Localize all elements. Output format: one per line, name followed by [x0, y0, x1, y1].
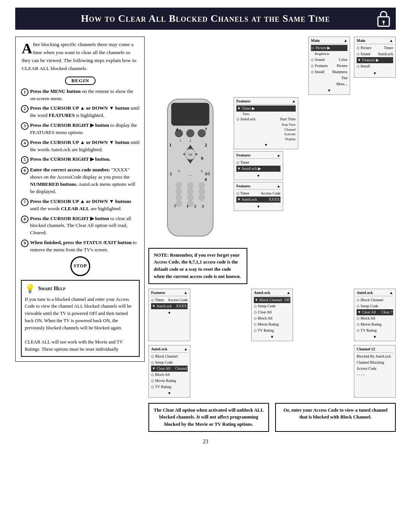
screen-item: Channel: [236, 127, 296, 132]
bulb-icon: 💡: [25, 284, 35, 294]
svg-text:9: 9: [201, 156, 203, 161]
step-4: 4 Press the CURSOR UP ▲ or DOWN ▼ button…: [21, 139, 140, 153]
step-8: 8 Press the CURSOR RIGHT ▶ button to cle…: [21, 215, 140, 237]
screen-item: ◇ Timer: [236, 160, 280, 166]
svg-text:7: 7: [174, 204, 176, 208]
screen-title: AutoLock▲: [254, 290, 290, 296]
screen-item: ◇ Block Channel: [151, 353, 188, 359]
screen-item: Blocked By AutoLock: [357, 353, 393, 359]
screen-down: ▼: [357, 334, 393, 340]
step-num-1: 1: [21, 88, 29, 96]
svg-text:+: +: [200, 168, 203, 174]
svg-text:8: 8: [205, 177, 207, 182]
step-1: 1 Press the MENU button on the remote to…: [21, 88, 140, 102]
screen-features-1-title: Features▲: [236, 99, 296, 105]
screen-item: Brightness: [311, 51, 347, 57]
svg-point-37: [187, 195, 193, 201]
info-box-1: The Clear All option when activated will…: [148, 403, 269, 432]
screen-autolock-1: AutoLock▲ ▼ Block ChannelOff ◇ Setup Cod…: [251, 289, 293, 341]
screen-item: ◇ InstallSharpness: [311, 69, 347, 75]
page-number: 23: [15, 439, 396, 445]
screen-item: ◇ Block Channel: [357, 297, 393, 303]
screen-item: ◇ TV Rating: [151, 384, 188, 390]
svg-text:+: +: [177, 168, 180, 174]
step-2: 2 Press the CURSOR UP ▲ or DOWN ▼ button…: [21, 105, 140, 119]
step-text-9: When finished, press the STATUS /EXIT bu…: [30, 239, 140, 254]
page-header: How to Clear All Blocked Chanels at the …: [15, 8, 396, 30]
step-text-2: Press the CURSOR UP ▲ or DOWN ▼ button u…: [30, 105, 140, 119]
screen-item: ◇ TimerAccess Code: [236, 190, 280, 197]
step-num-9: 9: [21, 240, 29, 247]
screen-features-2: Features▲ ◇ Timer ▼ AutoLock ▶ ▼: [234, 151, 283, 180]
svg-text:1: 1: [169, 142, 172, 148]
screen-main-1: Main▲ ▷ Picture ▶ Brightness ◇ SoundColo…: [308, 37, 350, 95]
screen-item: ◇ Movie Rating: [357, 321, 393, 328]
note-box: NOTE: Remember, if you ever forget your …: [148, 248, 247, 284]
page-title: How to Clear All Blocked Chanels at the …: [23, 13, 388, 24]
step-9: 9 When finished, press the STATUS /EXIT …: [21, 239, 140, 254]
step-7: 7 Press the CURSOR UP ▲ or DOWN ▼ button…: [21, 198, 140, 212]
screen-down: ▼: [254, 334, 290, 340]
info-box-2-text: Or, enter your Access Code to view a tun…: [284, 407, 387, 420]
screen-features-access-title: Features▲: [236, 184, 280, 190]
screen-item: ◇ Clear All: [254, 309, 290, 315]
screen-item: Display: [236, 137, 296, 142]
step-6: 6 Enter the correct access code number. …: [21, 166, 140, 195]
lock-icon: [376, 9, 391, 28]
remote-area: 1 2 OK + + — 7: [148, 97, 396, 243]
smart-help-header: 💡 Smart Help: [25, 284, 135, 294]
screen-channel-blocked: Channel 12 Blocked By AutoLock Channel B…: [354, 345, 396, 398]
screen-item: ◇ Setup Code: [151, 359, 188, 366]
screen-item: ▼ Features ▶: [357, 57, 393, 63]
screen-item: Access Code: [357, 366, 393, 372]
screen-title: Features▲: [151, 290, 188, 296]
step-num-7: 7: [21, 198, 29, 206]
screen-item: ▼ Clear AllClear ?: [357, 309, 393, 315]
remote-control: 1 2 OK + + — 7: [148, 97, 232, 243]
svg-point-6: [186, 129, 194, 137]
screen-down: ▼: [151, 310, 188, 316]
step-num-2: 2: [21, 105, 29, 113]
svg-text:2: 2: [190, 139, 191, 142]
stop-badge-container: STOP: [21, 256, 140, 276]
left-column-inner: After blocking specific channels there m…: [15, 37, 145, 362]
screen-item: ◇ SoundColor: [311, 57, 347, 63]
screen-main-2-title: Main▲: [357, 38, 393, 44]
screen-item: ▷ Picture ▶: [311, 45, 347, 51]
svg-point-1: [382, 21, 385, 23]
screen-item: ▼ AutoLockXXXX: [151, 303, 188, 309]
svg-text:3/5: 3/5: [205, 171, 210, 176]
svg-rect-4: [171, 103, 209, 126]
drop-cap: A: [22, 42, 32, 54]
screen-item: ◇ Setup Code: [254, 303, 290, 309]
screen-features-2-title: Features▲: [236, 153, 280, 159]
step-text-8: Press the CURSOR RIGHT ▶ button to clear…: [30, 215, 140, 237]
screen-item: Tint: [311, 75, 347, 81]
step-num-5: 5: [21, 156, 29, 164]
step-5: 5 Press the CURSOR RIGHT ▶ button.: [21, 156, 140, 164]
remote-svg: 1 2 OK + + — 7: [148, 97, 232, 242]
top-screens-row: Main▲ ▷ Picture ▶ Brightness ◇ SoundColo…: [148, 37, 396, 95]
screen-item: ◇ SoundAutoLock: [357, 51, 393, 57]
begin-badge: BEGIN: [65, 77, 96, 85]
screen-item: ▼ Block ChannelOff: [254, 297, 290, 303]
screen-item: ◇ Movie Rating: [151, 378, 188, 384]
main-content: After blocking specific channels there m…: [15, 37, 396, 432]
screen-item: ◇ Block All: [254, 315, 290, 321]
screen-main-2: Main▲ ◇ PictureTimer ◇ SoundAutoLock ▼ F…: [354, 37, 396, 78]
screen-autolock-cleared: AutoLock▲ ◇ Block Channel ◇ Setup Code ▼…: [148, 345, 190, 398]
screen-item: ◇ AutoLockStart Time: [236, 116, 296, 122]
screen-title: AutoLock▲: [151, 347, 188, 353]
svg-text:2: 2: [194, 204, 196, 208]
svg-point-39: [176, 201, 182, 207]
right-column: Main▲ ▷ Picture ▶ Brightness ◇ SoundColo…: [148, 37, 396, 432]
svg-text:3: 3: [202, 204, 204, 208]
smart-help-title: Smart Help: [38, 286, 65, 292]
svg-text:—: —: [188, 173, 193, 177]
step-text-3: Press the CURSOR RIGHT ▶ button to displ…: [30, 122, 140, 136]
screen-item: ◇ FeaturesPicture: [311, 63, 347, 69]
smart-help-text: If you tune to a blocked channel and ent…: [25, 296, 135, 353]
screen-arrow-down: ▼: [236, 173, 280, 179]
svg-text:1: 1: [180, 139, 182, 142]
steps-list: 1 Press the MENU button on the remote to…: [21, 88, 140, 254]
